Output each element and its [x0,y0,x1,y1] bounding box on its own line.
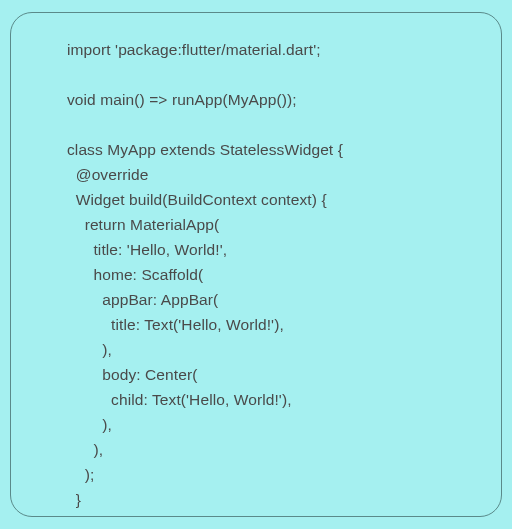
code-line: appBar: AppBar( [67,287,481,312]
code-line: ); [67,462,481,487]
code-line: child: Text('Hello, World!'), [67,387,481,412]
code-line: body: Center( [67,362,481,387]
code-line: title: 'Hello, World!', [67,237,481,262]
code-line [67,112,481,137]
code-line: ), [67,337,481,362]
code-line: } [67,512,481,517]
code-line [67,62,481,87]
code-line: home: Scaffold( [67,262,481,287]
code-line: } [67,487,481,512]
code-line: Widget build(BuildContext context) { [67,187,481,212]
code-line: ), [67,412,481,437]
code-line: @override [67,162,481,187]
code-panel: import 'package:flutter/material.dart'; … [10,12,502,517]
code-line: import 'package:flutter/material.dart'; [67,37,481,62]
code-line: ), [67,437,481,462]
code-line: title: Text('Hello, World!'), [67,312,481,337]
code-line: return MaterialApp( [67,212,481,237]
code-line: class MyApp extends StatelessWidget { [67,137,481,162]
code-line: void main() => runApp(MyApp()); [67,87,481,112]
